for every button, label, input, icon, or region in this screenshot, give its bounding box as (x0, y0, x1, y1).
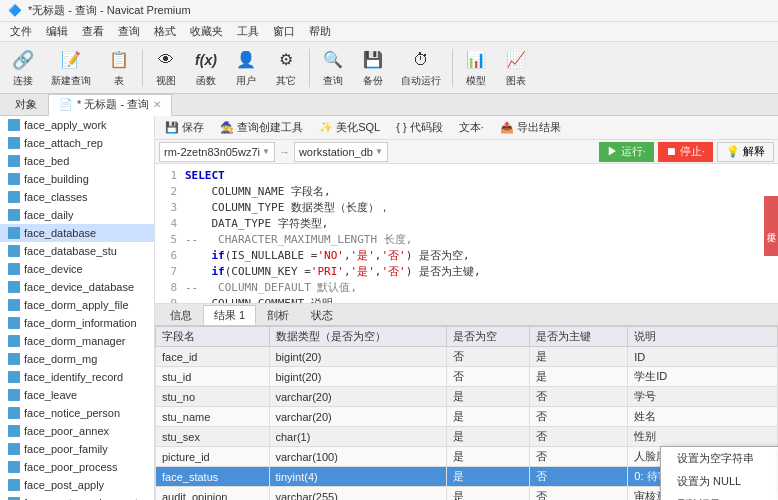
sidebar-item-face-bed[interactable]: face_bed (0, 152, 154, 170)
table-row[interactable]: stu_idbigint(20)否是学生ID (156, 367, 778, 387)
sql-editor[interactable]: 1 SELECT 2 COLUMN_NAME 字段名, 3 COLUMN_TYP… (155, 164, 778, 304)
auto-run-button[interactable]: ⏱ 自动运行 (394, 45, 448, 91)
query-wizard-button[interactable]: 🧙 查询创建工具 (214, 119, 309, 136)
tab-query-close[interactable]: ✕ (153, 99, 161, 110)
explain-button[interactable]: 💡 解释 (717, 142, 774, 162)
context-menu-item-set-null[interactable]: 设置为 NULL (661, 470, 778, 493)
sidebar-item-face-building[interactable]: face_building (0, 170, 154, 188)
sql-line-4: 4 DATA_TYPE 字符类型, (163, 216, 770, 232)
function-button[interactable]: f(x) 函数 (187, 45, 225, 91)
connect-label: 连接 (13, 74, 33, 88)
menu-query[interactable]: 查询 (112, 22, 146, 41)
separator-1 (142, 49, 143, 87)
table-icon (8, 371, 20, 383)
beautify-button[interactable]: ✨ 美化SQL (313, 119, 386, 136)
col-header-comment: 说明 (628, 327, 778, 347)
tab-object-label: 对象 (15, 97, 37, 112)
connect-button[interactable]: 🔗 连接 (4, 45, 42, 91)
results-tab-info[interactable]: 信息 (159, 305, 203, 325)
user-label: 用户 (236, 74, 256, 88)
menu-favorites[interactable]: 收藏夹 (184, 22, 229, 41)
menu-window[interactable]: 窗口 (267, 22, 301, 41)
results-tab-info-label: 信息 (170, 308, 192, 323)
sidebar-item-face-dorm-manager[interactable]: face_dorm_manager (0, 332, 154, 350)
save-button[interactable]: 💾 保存 (159, 119, 210, 136)
results-tab-profiling[interactable]: 剖析 (256, 305, 300, 325)
sidebar-item-label: face_database (24, 227, 96, 239)
menubar: 文件 编辑 查看 查询 格式 收藏夹 工具 窗口 帮助 (0, 22, 778, 42)
table-icon (8, 263, 20, 275)
export-button[interactable]: 📤 导出结果 (494, 119, 567, 136)
table-row[interactable]: stu_namevarchar(20)是否姓名 (156, 407, 778, 427)
code-segment-button[interactable]: { } 代码段 (390, 119, 448, 136)
sql-line-7: 7 if(COLUMN_KEY = 'PRI','是','否') 是否为主键, (163, 264, 770, 280)
sidebar-item-face-database-stu[interactable]: face_database_stu (0, 242, 154, 260)
query-button[interactable]: 🔍 查询 (314, 45, 352, 91)
sql-line-6: 6 if(IS_NULLABLE = 'NO','是','否') 是否为空, (163, 248, 770, 264)
sidebar-item-face-classes[interactable]: face_classes (0, 188, 154, 206)
context-menu-item-delete-record[interactable]: 删除记录 (661, 493, 778, 500)
context-menu-item-set-empty[interactable]: 设置为空字符串 (661, 447, 778, 470)
sidebar-item-face-poor-annex[interactable]: face_poor_annex (0, 422, 154, 440)
other-button[interactable]: ⚙ 其它 (267, 45, 305, 91)
database-selector[interactable]: workstation_db ▼ (294, 142, 388, 162)
run-button[interactable]: ▶ 运行· (599, 142, 654, 162)
other-icon: ⚙ (274, 48, 298, 72)
sidebar-item-face-leave[interactable]: face_leave (0, 386, 154, 404)
sidebar-item-face-attach-rep[interactable]: face_attach_rep (0, 134, 154, 152)
results-tab-status[interactable]: 状态 (300, 305, 344, 325)
results-tab-1[interactable]: 结果 1 (203, 305, 256, 325)
table-icon (8, 281, 20, 293)
sidebar-item-face-post-apply[interactable]: face_post_apply (0, 476, 154, 494)
hint-tab[interactable]: 提示 (764, 196, 778, 256)
sidebar-item-face-dorm-information[interactable]: face_dorm_information (0, 314, 154, 332)
connection-selector[interactable]: rm-2zetn83n05wz7i ▼ (159, 142, 275, 162)
menu-help[interactable]: 帮助 (303, 22, 337, 41)
tab-object[interactable]: 对象 (4, 94, 48, 116)
sidebar-item-face-apply-work[interactable]: face_apply_work (0, 116, 154, 134)
sidebar-item-face-database[interactable]: face_database (0, 224, 154, 242)
sidebar-item-face-post-employment[interactable]: face_post_employment (0, 494, 154, 500)
menu-view[interactable]: 查看 (76, 22, 110, 41)
menu-file[interactable]: 文件 (4, 22, 38, 41)
menu-tools[interactable]: 工具 (231, 22, 265, 41)
sidebar-item-face-dorm-mg[interactable]: face_dorm_mg (0, 350, 154, 368)
model-label: 模型 (466, 74, 486, 88)
sidebar-item-face-dorm-apply-file[interactable]: face_dorm_apply_file (0, 296, 154, 314)
sidebar-item-face-notice-person[interactable]: face_notice_person (0, 404, 154, 422)
table-row[interactable]: face_idbigint(20)否是ID (156, 347, 778, 367)
auto-run-icon: ⏱ (409, 48, 433, 72)
view-button[interactable]: 👁 视图 (147, 45, 185, 91)
sidebar-item-face-device[interactable]: face_device (0, 260, 154, 278)
sql-line-3: 3 COLUMN_TYPE 数据类型（长度）， (163, 200, 770, 216)
context-menu: 设置为空字符串 设置为 NULL 删除记录 复制 复制为 ▶ Insert 语句… (660, 446, 778, 500)
sql-line-5: 5 -- CHARACTER_MAXIMUM_LENGTH 长度, (163, 232, 770, 248)
sidebar-item-face-daily[interactable]: face_daily (0, 206, 154, 224)
stop-button[interactable]: ⏹ 停止· (658, 142, 713, 162)
sidebar-item-face-device-database[interactable]: face_device_database (0, 278, 154, 296)
menu-format[interactable]: 格式 (148, 22, 182, 41)
new-query-button[interactable]: 📝 新建查询 (44, 45, 98, 91)
table-icon (8, 173, 20, 185)
col-header-nullable: 是否为空 (447, 327, 529, 347)
table-row[interactable]: stu_novarchar(20)是否学号 (156, 387, 778, 407)
table-row[interactable]: stu_sexchar(1)是否性别 (156, 427, 778, 447)
main-layout: face_apply_work face_attach_rep face_bed… (0, 116, 778, 500)
chart-button[interactable]: 📈 图表 (497, 45, 535, 91)
tab-query[interactable]: 📄 * 无标题 - 查询 ✕ (48, 94, 172, 116)
user-button[interactable]: 👤 用户 (227, 45, 265, 91)
backup-button[interactable]: 💾 备份 (354, 45, 392, 91)
text-button[interactable]: 文本· (453, 119, 490, 136)
sidebar-item-face-poor-process[interactable]: face_poor_process (0, 458, 154, 476)
table-icon (8, 155, 20, 167)
table-button[interactable]: 📋 表 (100, 45, 138, 91)
table-icon (8, 479, 20, 491)
sidebar-item-face-identify-record[interactable]: face_identify_record (0, 368, 154, 386)
menu-edit[interactable]: 编辑 (40, 22, 74, 41)
sidebar-item-label: face_device (24, 263, 83, 275)
sidebar-item-label: face_dorm_mg (24, 353, 97, 365)
auto-run-label: 自动运行 (401, 74, 441, 88)
table-icon (8, 317, 20, 329)
sidebar-item-face-poor-family[interactable]: face_poor_family (0, 440, 154, 458)
model-button[interactable]: 📊 模型 (457, 45, 495, 91)
